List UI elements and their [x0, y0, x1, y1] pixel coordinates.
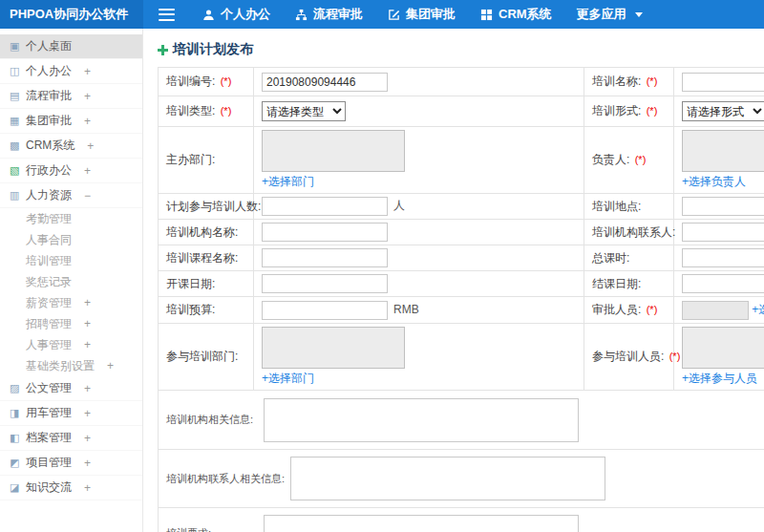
host-dept-textarea[interactable] — [262, 130, 405, 172]
sidebar-item-admin-office[interactable]: ▧ 行政办公 + — [0, 159, 142, 183]
training-form-select[interactable]: 请选择形式 — [682, 101, 764, 121]
sidebar-item-project[interactable]: ◩ 项目管理 + — [0, 451, 142, 476]
label-training-no: 培训编号: (*) — [159, 68, 254, 96]
label-join-people: 参与培训人员: (*) — [584, 324, 674, 391]
location-input[interactable] — [682, 197, 764, 216]
label-approver: 审批人员: (*) — [584, 297, 674, 324]
join-dept-textarea[interactable] — [262, 327, 405, 369]
nav-group-approval[interactable]: 集团审批 — [375, 0, 468, 29]
form-row: 培训类型: (*) 请选择类型 培训形式: (*) 请选择形式 — [159, 96, 764, 127]
form-row: 开课日期: 结课日期: — [159, 271, 764, 297]
label-course-name: 培训课程名称: — [159, 245, 254, 271]
label-org-info: 培训机构相关信息: — [166, 413, 258, 427]
form-row: 培训机构联系人相关信息: — [159, 450, 764, 508]
top-nav: 个人办公 流程审批 集团审批 CRM系统 更多应用 — [190, 0, 655, 29]
form-row: 培训预算: RMB 审批人员: (*) +选择审批人 — [159, 297, 764, 324]
sidebar-item-workflow[interactable]: ▤ 流程审批 + — [0, 84, 142, 109]
form-row: 培训机构相关信息: — [159, 391, 764, 450]
sidebar-subitem-salary[interactable]: 薪资管理 + — [0, 292, 142, 313]
select-join-people-link[interactable]: +选择参与人员 — [682, 371, 757, 387]
chat-icon: ◪ — [10, 481, 26, 494]
desktop-icon: ▣ — [10, 40, 26, 53]
label-total-hours: 总课时: — [584, 245, 674, 271]
planned-count-input[interactable] — [262, 197, 388, 216]
leader-textarea[interactable] — [682, 130, 764, 172]
grid-icon: ▩ — [10, 139, 26, 152]
page-header: 培训计划发布 — [144, 29, 764, 67]
sidebar-item-desktop[interactable]: ▣ 个人桌面 — [0, 34, 142, 59]
org-contact-input[interactable] — [682, 223, 764, 242]
user-icon: ◫ — [10, 65, 26, 77]
requirement-textarea[interactable] — [264, 515, 579, 532]
people-icon: ▥ — [10, 189, 26, 202]
sidebar-subitem-attendance[interactable]: 考勤管理 — [0, 208, 142, 229]
sidebar-subitem-hr-contract[interactable]: 人事合同 — [0, 229, 142, 250]
sidebar-subitem-training[interactable]: 培训管理 — [0, 250, 142, 271]
sidebar-subitem-personnel[interactable]: 人事管理 + — [0, 334, 142, 355]
total-hours-input[interactable] — [682, 248, 764, 267]
select-approver-link[interactable]: +选择审批人 — [752, 303, 764, 316]
training-no-input[interactable] — [262, 73, 388, 92]
sidebar-item-document[interactable]: ▨ 公文管理 + — [0, 376, 142, 401]
label-location: 培训地点: — [584, 194, 674, 220]
label-end-date: 结课日期: — [584, 271, 674, 297]
project-icon: ◩ — [10, 457, 26, 469]
sidebar-subitem-reward[interactable]: 奖惩记录 — [0, 271, 142, 292]
training-name-input[interactable] — [682, 73, 764, 92]
sidebar-item-crm[interactable]: ▩ CRM系统 + — [0, 134, 142, 159]
form-row: 计划参与培训人数: (*) 人 培训地点: — [159, 194, 764, 220]
select-leader-link[interactable]: +选择负责人 — [682, 174, 746, 190]
page-title: 培训计划发布 — [173, 41, 253, 58]
org-contact-info-textarea[interactable] — [290, 457, 605, 500]
org-info-textarea[interactable] — [264, 398, 579, 442]
nav-crm[interactable]: CRM系统 — [468, 0, 564, 29]
label-org-contact-info: 培训机构联系人相关信息: — [166, 472, 285, 486]
flow-icon — [295, 9, 308, 21]
sidebar-item-group-approval[interactable]: ▦ 集团审批 + — [0, 109, 142, 134]
course-name-input[interactable] — [262, 248, 388, 267]
approver-input[interactable] — [682, 301, 749, 320]
app-logo: PHPOA协同办公软件 — [0, 0, 143, 29]
training-type-select[interactable]: 请选择类型 — [262, 101, 346, 121]
form-row: 参与培训部门: +选择部门 参与培训人员: (*) +选择参与人员 — [159, 324, 764, 391]
sidebar-item-personal-office[interactable]: ◫ 个人办公 + — [0, 59, 142, 84]
sidebar-item-vehicle[interactable]: ◨ 用车管理 + — [0, 401, 142, 426]
label-start-date: 开课日期: — [159, 271, 254, 297]
form-row: 主办部门: +选择部门 负责人: (*) +选择负责人 — [159, 127, 764, 194]
label-leader: 负责人: (*) — [584, 127, 674, 194]
label-planned-count: 计划参与培训人数: (*) — [159, 194, 254, 220]
sidebar-item-hr[interactable]: ▥ 人力资源 − — [0, 183, 142, 208]
car-icon: ◨ — [10, 407, 26, 419]
form-row: 培训机构名称: 培训机构联系人: — [159, 220, 764, 245]
label-training-name: 培训名称: (*) — [584, 68, 674, 96]
form-row: 培训要求: — [159, 508, 764, 532]
flow-icon: ▤ — [10, 90, 26, 102]
edit-icon: ▦ — [10, 115, 26, 127]
nav-personal-office[interactable]: 个人办公 — [190, 0, 283, 29]
nav-workflow-approval[interactable]: 流程审批 — [283, 0, 375, 29]
approval-edit-icon — [388, 9, 400, 21]
select-join-dept-link[interactable]: +选择部门 — [262, 371, 314, 387]
plus-icon — [158, 45, 168, 55]
budget-input[interactable] — [262, 301, 388, 320]
label-host-dept: 主办部门: — [159, 127, 254, 194]
menu-toggle-icon[interactable] — [159, 9, 175, 21]
start-date-input[interactable] — [262, 274, 388, 293]
sidebar-subitem-recruit[interactable]: 招聘管理 + — [0, 313, 142, 334]
user-icon — [202, 9, 215, 21]
folder-icon: ◧ — [10, 432, 26, 444]
grid-icon — [480, 9, 493, 21]
select-dept-link[interactable]: +选择部门 — [262, 174, 314, 190]
building-icon: ▧ — [10, 164, 26, 177]
sidebar-item-archive[interactable]: ◧ 档案管理 + — [0, 426, 142, 451]
end-date-input[interactable] — [682, 274, 764, 293]
caret-down-icon — [635, 12, 643, 17]
sidebar-item-knowledge[interactable]: ◪ 知识交流 + — [0, 476, 142, 500]
sidebar-subitem-category-settings[interactable]: 基础类别设置 + — [0, 355, 142, 376]
doc-icon: ▨ — [10, 382, 26, 394]
nav-more-apps[interactable]: 更多应用 — [564, 0, 655, 29]
join-people-textarea[interactable] — [682, 327, 764, 369]
org-name-input[interactable] — [262, 223, 388, 242]
label-join-dept: 参与培训部门: — [159, 324, 254, 391]
topbar: PHPOA协同办公软件 个人办公 流程审批 集团审批 CRM系统 更多应用 — [0, 0, 764, 29]
